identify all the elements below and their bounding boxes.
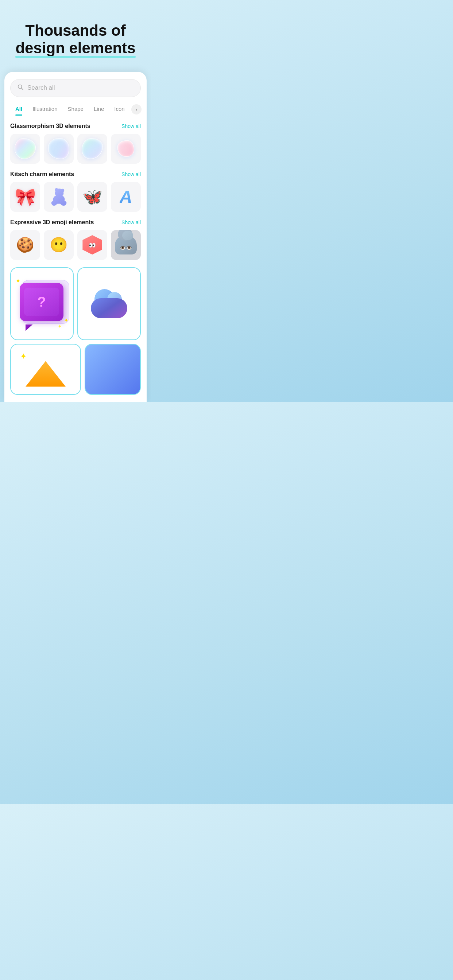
glass-shape-2 [48,138,69,159]
glass-element-1[interactable] [10,134,40,164]
tab-line[interactable]: Line [89,103,109,116]
kitsch-element-butterfly[interactable]: 🦋 [77,182,107,212]
tab-icon[interactable]: Icon [109,103,129,116]
orange-cookie-icon: 🍪 [16,236,34,253]
glass-element-2[interactable] [44,134,74,164]
tab-illustration[interactable]: Illustration [27,103,62,116]
question-mark: ? [37,294,46,310]
sparkle-bottom: ✦ [57,323,62,329]
emoji-element-hex[interactable]: 👀 [77,230,107,260]
bottom-row-2: ✦ [10,344,141,395]
hero-title-line2: design elements [15,40,135,57]
hero-highlight-word: elements [69,40,135,57]
hex-emoji-shape: 👀 [83,235,102,255]
blue-placeholder-card[interactable] [85,344,141,395]
emoji-element-orange[interactable]: 🍪 [10,230,40,260]
emoji-elements-row: 🍪 😶 👀 👁️👁️ [10,230,141,260]
emoji-section-header: Expressive 3D emoji elements Show all [10,219,141,226]
glass-element-4[interactable] [111,134,141,164]
bubble-wrapper: ? ✦ ✦ ✦ [18,280,65,328]
feature-cards-row: ? ✦ ✦ ✦ [10,267,141,340]
tabs-chevron[interactable]: › [131,104,142,115]
question-bubble-body: ? [20,283,64,321]
hero-title-line1: Thousands of [25,22,126,39]
hex-eyes: 👀 [89,241,96,248]
question-bubble-card[interactable]: ? ✦ ✦ ✦ [10,267,74,340]
search-icon [17,84,24,92]
emoji-element-cloud[interactable]: 👁️👁️ [111,230,141,260]
emoji-section-title: Expressive 3D emoji elements [10,219,94,226]
kitsch-section-header: Kitsch charm elements Show all [10,171,141,178]
cloud-body [91,298,127,318]
kitsch-elements-row: 🎀 🧸 🦋 A [10,182,141,212]
glassmorphism-section-title: Glassmorphism 3D elements [10,123,91,129]
search-placeholder: Search all [27,84,55,92]
glassmorphism-section-header: Glassmorphism 3D elements Show all [10,123,141,129]
yellow-face-icon: 😶 [49,236,68,253]
butterfly-icon: 🦋 [83,188,102,206]
cloud-eyes: 👁️👁️ [120,245,132,251]
glass-shape-3 [82,138,102,159]
glass-element-3[interactable] [77,134,107,164]
bear-icon: 🧸 [49,188,69,206]
sparkle-top-left: ✦ [15,277,21,285]
glass-shape-1 [14,138,35,159]
tabs-row: All Illustration Shape Line Icon › [10,103,141,116]
search-bar[interactable]: Search all [10,79,141,97]
tab-shape[interactable]: Shape [63,103,89,116]
svg-line-1 [21,88,23,90]
mountain-shape [26,361,65,387]
kitsch-element-bow[interactable]: 🎀 [10,182,40,212]
hero-title: Thousands of design elements [0,0,151,68]
bubble-tail [26,325,33,331]
tab-all[interactable]: All [10,103,27,116]
bow-icon: 🎀 [15,187,36,207]
glassmorphism-elements-row [10,134,141,164]
kitsch-section-title: Kitsch charm elements [10,171,74,178]
question-inner: ? [24,288,59,317]
emoji-element-yellow[interactable]: 😶 [44,230,74,260]
main-card: Search all All Illustration Shape Line I… [4,72,147,402]
cloud-3d-shape [89,289,129,318]
glassmorphism-show-all[interactable]: Show all [121,123,141,129]
cloud-3d-card[interactable] [77,267,141,340]
sparkle-mountain: ✦ [20,352,27,361]
kitsch-element-bear[interactable]: 🧸 [44,182,74,212]
kitsch-show-all[interactable]: Show all [121,171,141,177]
hero-section: Thousands of design elements [0,0,151,68]
cloud-emoji-shape: 👁️👁️ [115,235,136,255]
letter-a-icon: A [120,187,132,207]
kitsch-element-letter[interactable]: A [111,182,141,212]
mountain-card[interactable]: ✦ [10,344,81,395]
emoji-show-all[interactable]: Show all [121,220,141,225]
glass-shape-4 [118,140,134,157]
sparkle-bottom-right: ✦ [64,317,69,324]
